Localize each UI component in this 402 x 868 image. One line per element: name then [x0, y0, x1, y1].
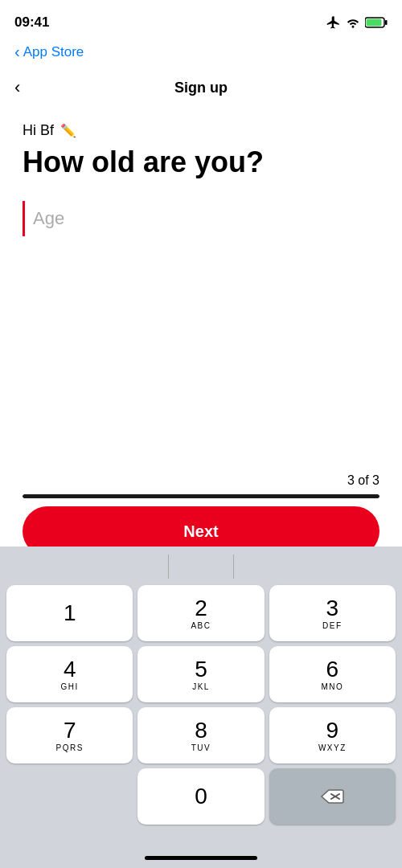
greeting-row: Hi Bf ✏️: [23, 122, 379, 139]
app-store-nav: ‹ App Store: [0, 40, 402, 68]
age-input-area[interactable]: Age: [23, 201, 379, 236]
progress-section: 3 of 3: [0, 473, 402, 498]
status-bar: 09:41: [0, 0, 402, 40]
svg-rect-1: [367, 19, 382, 27]
keyboard-divider-right: [233, 555, 234, 579]
greeting-text: Hi Bf: [23, 122, 54, 139]
question-text: How old are you?: [23, 145, 379, 178]
edit-icon[interactable]: ✏️: [60, 123, 76, 138]
progress-label: 3 of 3: [23, 473, 379, 488]
key-3[interactable]: 3 DEF: [269, 585, 396, 641]
back-chevron-icon: ‹: [14, 43, 20, 59]
delete-icon: [320, 788, 344, 805]
home-indicator: [145, 856, 257, 860]
nav-back-button[interactable]: ‹: [14, 77, 20, 98]
keyboard: 1 2 ABC 3 DEF 4 GHI 5 JKL 6 MNO 7 PQRS 8: [0, 547, 402, 868]
status-icons: [326, 15, 388, 30]
key-9[interactable]: 9 WXYZ: [269, 707, 396, 764]
key-7[interactable]: 7 PQRS: [6, 707, 133, 764]
status-time: 09:41: [14, 14, 49, 31]
key-8[interactable]: 8 TUV: [137, 707, 264, 764]
airplane-icon: [326, 15, 341, 30]
key-empty: [6, 768, 133, 825]
content-area: Hi Bf ✏️ How old are you? Age: [0, 108, 402, 236]
key-0[interactable]: 0: [137, 768, 264, 825]
key-4[interactable]: 4 GHI: [6, 646, 133, 702]
keyboard-divider-left: [168, 555, 169, 579]
key-5[interactable]: 5 JKL: [137, 646, 264, 702]
progress-bar-bg: [23, 494, 379, 498]
page-title: Sign up: [174, 80, 228, 96]
key-6[interactable]: 6 MNO: [269, 646, 396, 702]
back-to-app-store[interactable]: ‹ App Store: [14, 44, 84, 60]
wifi-icon: [346, 17, 360, 28]
keyboard-grid: 1 2 ABC 3 DEF 4 GHI 5 JKL 6 MNO 7 PQRS 8: [3, 585, 399, 825]
keyboard-top-row: [3, 555, 399, 579]
progress-bar-fill: [23, 494, 379, 498]
key-2[interactable]: 2 ABC: [137, 585, 264, 641]
app-store-label: App Store: [23, 44, 84, 60]
key-1[interactable]: 1: [6, 585, 133, 641]
battery-icon: [365, 17, 388, 28]
age-placeholder: Age: [33, 208, 64, 229]
nav-header: ‹ Sign up: [0, 68, 402, 108]
svg-rect-2: [385, 20, 388, 25]
key-delete[interactable]: [269, 768, 396, 825]
